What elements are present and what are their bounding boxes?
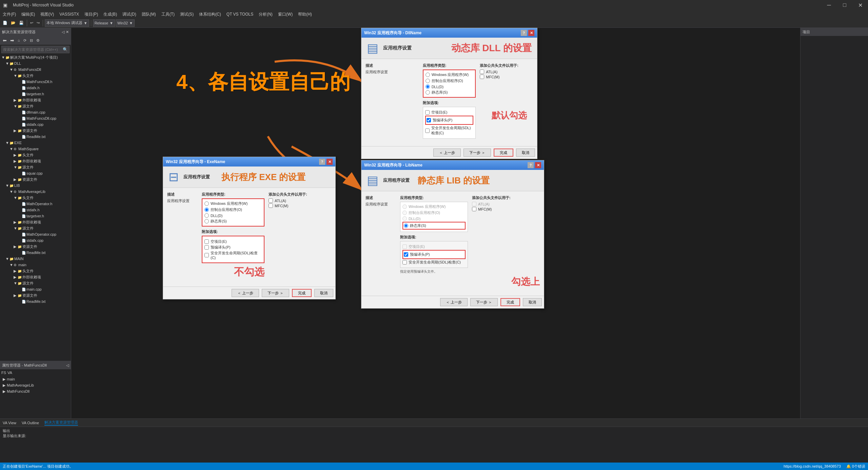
tree-readme4[interactable]: 📄ReadMe.txt	[0, 298, 71, 305]
se-search-input[interactable]	[3, 47, 63, 52]
tree-main-project[interactable]: ▼⚙main	[0, 262, 71, 268]
toolbar-redo[interactable]: ↪	[35, 19, 41, 27]
menu-view[interactable]: 视图(V)	[38, 11, 57, 18]
tree-stdafx-h3[interactable]: 📄stdafx.h	[0, 207, 71, 213]
exe-cancel-btn[interactable]: 取消	[314, 289, 333, 297]
tree-mathfuncsdll-h[interactable]: 📄MathFuncsDll.h	[0, 79, 71, 85]
platform-dropdown[interactable]: Win32 ▼	[116, 19, 135, 27]
lib-atl[interactable]: ATL(A)	[472, 202, 540, 206]
menu-qt[interactable]: QT VS TOOLS	[224, 11, 256, 17]
tree-headers1[interactable]: ▼📁头文件	[0, 73, 71, 79]
dll-opt-sdl[interactable]: 安全开发生命周期(SDL)检查(C)	[425, 125, 474, 136]
dll-next-btn[interactable]: 下一步 ＞	[463, 149, 491, 157]
tree-mathoperator-h[interactable]: 📄MathOperator.h	[0, 201, 71, 207]
tab-solution-explorer[interactable]: 解决方案资源管理器	[44, 420, 78, 426]
exe-opt-empty[interactable]: 空项目(E)	[204, 239, 262, 244]
menu-debug[interactable]: 调试(D)	[120, 11, 139, 18]
tree-main-folder[interactable]: ▼📁MAIN	[0, 256, 71, 262]
tree-stdafx-cpp3[interactable]: 📄stdafx.cpp	[0, 237, 71, 243]
se-settings-btn[interactable]: ⚙	[35, 37, 41, 44]
se-filter-btn[interactable]: ⊟	[28, 37, 34, 44]
lib-radio-static[interactable]: 静态库(S)	[404, 223, 464, 228]
exe-finish-btn[interactable]: 完成	[292, 289, 312, 297]
attr-main[interactable]: ▶main	[1, 376, 70, 382]
minimize-btn[interactable]: ─	[821, 0, 837, 10]
config-dropdown[interactable]: Release ▼	[93, 19, 115, 27]
tree-mathsquare[interactable]: ▼⚙MathSquare	[0, 146, 71, 152]
tree-ext-deps4[interactable]: ▶📁外部依赖项	[0, 274, 71, 280]
tree-headers2[interactable]: ▶📁头文件	[0, 152, 71, 158]
se-back-btn[interactable]: ⬅	[1, 37, 8, 44]
tree-ext-deps2[interactable]: ▶📁外部依赖项	[0, 158, 71, 164]
tree-headers4[interactable]: ▶📁头文件	[0, 268, 71, 274]
tree-mathoperator-cpp[interactable]: 📄MathOperator.cpp	[0, 231, 71, 237]
lib-radio-dll[interactable]: DLL(D)	[402, 216, 466, 221]
dll-mfc[interactable]: MFC(M)	[480, 75, 533, 79]
lib-close-btn[interactable]: ✕	[535, 162, 541, 168]
tree-exe-folder[interactable]: ▼📁EXE	[0, 140, 71, 146]
tree-headers3[interactable]: ▼📁头文件	[0, 195, 71, 201]
tree-squar-cpp[interactable]: 📄squar.cpp	[0, 170, 71, 176]
tab-va-outline[interactable]: VA Outline	[22, 421, 39, 425]
toolbar-open[interactable]: 📂	[9, 19, 17, 27]
tab-va-view[interactable]: VA View	[3, 421, 16, 425]
lib-mfc[interactable]: MFC(M)	[472, 207, 540, 211]
se-fwd-btn[interactable]: ➡	[9, 37, 16, 44]
tree-resources2[interactable]: ▶📁资源文件	[0, 176, 71, 182]
lib-opt-sdl[interactable]: 安全开发生命周期(SDL)检查(C)	[402, 260, 466, 265]
menu-window[interactable]: 窗口(W)	[275, 11, 295, 18]
dll-prev-btn[interactable]: ＜ 上一步	[433, 149, 461, 157]
lib-prev-btn[interactable]: ＜ 上一步	[440, 298, 468, 306]
lib-opt-empty[interactable]: 空项目(E)	[402, 244, 466, 249]
exe-atl[interactable]: ATL(A)	[269, 198, 331, 203]
tree-sources3[interactable]: ▼📁源文件	[0, 225, 71, 231]
tree-main-cpp[interactable]: 📄main.cpp	[0, 286, 71, 292]
dll-atl[interactable]: ATL(A)	[480, 70, 533, 74]
menu-tools[interactable]: 工具(T)	[159, 11, 177, 18]
exe-radio-console[interactable]: 控制台应用程序(O)	[204, 207, 262, 212]
dll-radio-windows[interactable]: Windows 应用程序(W)	[426, 72, 473, 77]
dll-help-btn[interactable]: ?	[521, 30, 527, 36]
attr-mathfuncsdll[interactable]: ▶MathFuncsDll	[1, 388, 70, 394]
tree-dll-folder[interactable]: ▼📁DLL	[0, 60, 71, 66]
tree-mathfuncsdll[interactable]: ▼⚙MathFuncsDll	[0, 66, 71, 73]
dll-close-btn[interactable]: ✕	[528, 30, 534, 36]
tree-sources1[interactable]: ▼📁源文件	[0, 103, 71, 109]
lib-help-btn[interactable]: ?	[528, 162, 534, 168]
tree-sources4[interactable]: ▼📁源文件	[0, 280, 71, 286]
toolbar-new[interactable]: 📄	[1, 19, 9, 27]
lib-radio-windows[interactable]: Windows 应用程序(W)	[402, 204, 466, 209]
menu-vassistx[interactable]: VASSISTX	[57, 11, 82, 17]
dll-opt-precompile[interactable]: 预编译头(P)	[427, 118, 453, 123]
dll-radio-dll[interactable]: DLL(D)	[426, 84, 473, 89]
exe-radio-static[interactable]: 静态库(S)	[204, 219, 262, 224]
tree-stdafx-cpp1[interactable]: 📄stdafx.cpp	[0, 121, 71, 128]
tree-mathfuncsdll-cpp[interactable]: 📄MathFuncsDll.cpp	[0, 115, 71, 121]
menu-test[interactable]: 测试(S)	[177, 11, 196, 18]
menu-project[interactable]: 项目(P)	[82, 11, 101, 18]
tree-targetver-h3[interactable]: 📄targetver.h	[0, 213, 71, 219]
exe-prev-btn[interactable]: ＜ 上一步	[232, 289, 259, 297]
menu-team[interactable]: 团队(M)	[139, 11, 159, 18]
dll-finish-btn[interactable]: 完成	[494, 149, 513, 157]
se-sync-btn[interactable]: ⟳	[22, 37, 28, 44]
exe-mfc[interactable]: MFC(M)	[269, 203, 331, 208]
toolbar-save[interactable]: 💾	[18, 19, 25, 27]
tree-sources2[interactable]: ▼📁源文件	[0, 164, 71, 170]
exe-help-btn[interactable]: ?	[319, 159, 325, 165]
lib-finish-btn[interactable]: 完成	[500, 298, 520, 306]
exe-close-btn[interactable]: ✕	[327, 159, 333, 165]
exe-radio-windows[interactable]: Windows 应用程序(W)	[204, 201, 262, 206]
tree-readme3[interactable]: 📄ReadMe.txt	[0, 250, 71, 256]
se-home-btn[interactable]: ⌂	[16, 37, 21, 44]
lib-next-btn[interactable]: 下一步 ＞	[470, 298, 498, 306]
se-search-box[interactable]: 🔍	[1, 46, 70, 53]
menu-analyze[interactable]: 分析(N)	[256, 11, 275, 18]
menu-arch[interactable]: 体系结构(C)	[196, 11, 224, 18]
tree-ext-deps3[interactable]: ▶📁外部依赖项	[0, 219, 71, 225]
tree-resources4[interactable]: ▶📁资源文件	[0, 292, 71, 298]
tree-stdafx-h1[interactable]: 📄stdafx.h	[0, 85, 71, 91]
tree-resources1[interactable]: ▶📁资源文件	[0, 128, 71, 134]
menu-edit[interactable]: 编辑(E)	[19, 11, 38, 18]
exe-next-btn[interactable]: 下一步 ＞	[262, 289, 289, 297]
